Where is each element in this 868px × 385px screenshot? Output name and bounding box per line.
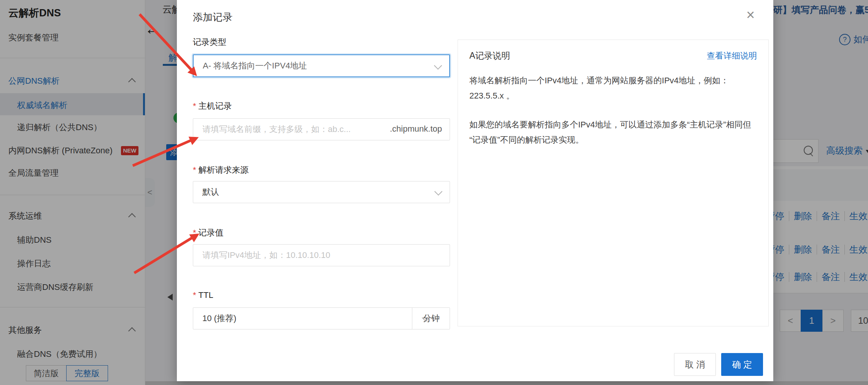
confirm-button[interactable]: 确 定 xyxy=(721,353,763,376)
required-mark: * xyxy=(193,290,196,300)
help-panel-title: A记录说明 xyxy=(469,50,510,62)
app-root: 云解析DNS ← 解析设置 添加记录 < 高级搜索 暂停删除备注生效 暂停删除备… xyxy=(0,0,868,385)
record-type-label: 记录类型 xyxy=(193,37,226,48)
required-mark: * xyxy=(193,101,196,111)
chevron-down-icon xyxy=(434,62,442,70)
help-paragraph-1: 将域名解析指向一个IPv4地址，通常为网站服务器的IPv4地址，例如：223.5… xyxy=(469,73,757,103)
record-type-select[interactable]: A- 将域名指向一个IPV4地址 xyxy=(193,54,450,77)
help-paragraph-2: 如果您的域名要解析指向多个IPv4地址，可以通过添加多条“主机记录”相同但“记录… xyxy=(469,117,757,148)
resolution-source-value: 默认 xyxy=(202,181,219,203)
required-mark: * xyxy=(193,165,196,175)
domain-suffix: .chipmunk.top xyxy=(390,124,442,134)
cancel-button[interactable]: 取 消 xyxy=(674,353,716,376)
view-details-link[interactable]: 查看详细说明 xyxy=(707,50,757,62)
close-icon[interactable]: × xyxy=(746,8,755,22)
host-record-label: * 主机记录 xyxy=(193,100,232,112)
add-record-modal: 添加记录 × 记录类型 A- 将域名指向一个IPV4地址 * 主机记录 .chi… xyxy=(177,0,773,381)
ttl-label: * TTL xyxy=(193,290,213,300)
ttl-input[interactable]: 10 (推荐) xyxy=(202,308,236,329)
record-help-panel: A记录说明 查看详细说明 将域名解析指向一个IPv4地址，通常为网站服务器的IP… xyxy=(458,40,769,326)
ttl-control: 10 (推荐) 分钟 xyxy=(193,307,450,329)
chevron-down-icon xyxy=(434,188,442,196)
resolution-source-select[interactable]: 默认 xyxy=(193,181,450,203)
modal-title: 添加记录 xyxy=(193,11,232,24)
record-value-input[interactable] xyxy=(193,244,450,266)
record-type-value: A- 将域名指向一个IPV4地址 xyxy=(203,55,307,76)
resolution-source-label: * 解析请求来源 xyxy=(193,164,249,176)
